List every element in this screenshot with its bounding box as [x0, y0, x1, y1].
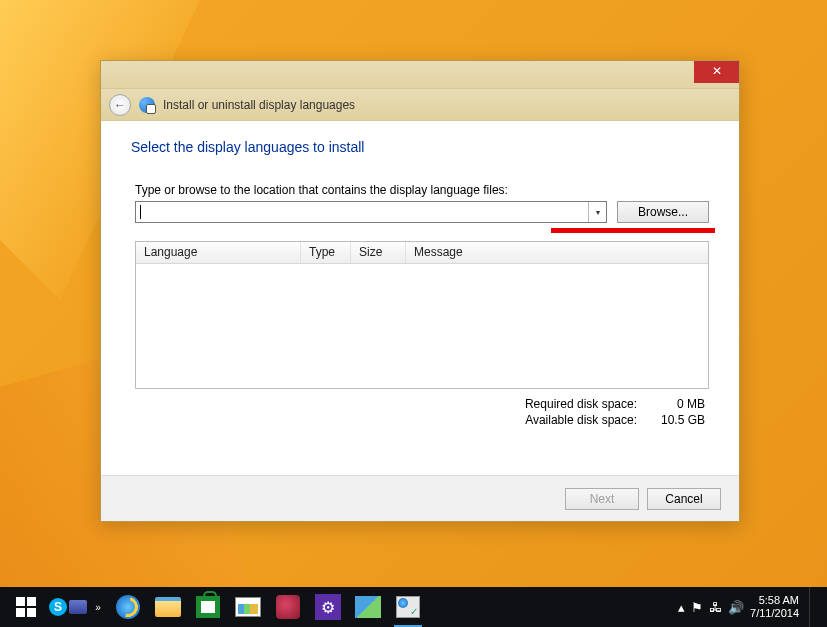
mail-icon	[69, 600, 87, 614]
list-header: Language Type Size Message	[136, 242, 708, 264]
svg-rect-1	[27, 597, 36, 606]
monitor-icon	[235, 597, 261, 617]
window-title: Install or uninstall display languages	[163, 98, 355, 112]
required-space-row: Required disk space: 0 MB	[517, 397, 705, 411]
taskbar-overflow[interactable]: »	[88, 587, 108, 627]
taskbar-store[interactable]	[188, 587, 228, 627]
dialog-footer: Next Cancel	[101, 475, 739, 521]
taskbar-config[interactable]	[348, 587, 388, 627]
column-size[interactable]: Size	[351, 242, 406, 263]
desktop: ✕ ← Install or uninstall display languag…	[0, 0, 827, 627]
path-row: ▾ Browse...	[135, 201, 709, 223]
path-combobox[interactable]: ▾	[135, 201, 607, 223]
chevron-right-icon: »	[95, 602, 101, 613]
disk-info: Required disk space: 0 MB Available disk…	[131, 397, 709, 427]
column-type[interactable]: Type	[301, 242, 351, 263]
back-button[interactable]: ←	[109, 94, 131, 116]
flag-icon[interactable]: ⚑	[691, 600, 703, 615]
network-icon[interactable]: 🖧	[709, 600, 722, 615]
cancel-button[interactable]: Cancel	[647, 488, 721, 510]
taskbar-settings[interactable]: ⚙	[308, 587, 348, 627]
column-message[interactable]: Message	[406, 242, 708, 263]
column-language[interactable]: Language	[136, 242, 301, 263]
available-space-row: Available disk space: 10.5 GB	[517, 413, 705, 427]
skype-icon: S	[49, 598, 67, 616]
page-heading: Select the display languages to install	[131, 139, 709, 155]
titlebar[interactable]: ✕	[101, 61, 739, 89]
close-button[interactable]: ✕	[694, 61, 739, 83]
svg-rect-2	[16, 608, 25, 617]
language-list[interactable]: Language Type Size Message	[135, 241, 709, 389]
tray-chevron-up-icon[interactable]: ▴	[678, 600, 685, 615]
text-cursor	[140, 205, 141, 219]
gear-icon: ⚙	[315, 594, 341, 620]
folder-icon	[155, 597, 181, 617]
dropdown-button[interactable]: ▾	[588, 202, 606, 222]
window-header: ← Install or uninstall display languages	[101, 89, 739, 121]
path-label: Type or browse to the location that cont…	[135, 183, 709, 197]
clock-time: 5:58 AM	[750, 594, 799, 607]
volume-icon[interactable]: 🔊	[728, 600, 744, 615]
taskbar-lpksetup[interactable]	[388, 587, 428, 627]
globe-icon	[139, 97, 155, 113]
required-space-label: Required disk space:	[517, 397, 637, 411]
taskbar-resmon[interactable]	[228, 587, 268, 627]
ie-icon	[116, 595, 140, 619]
windows-logo-icon	[16, 597, 36, 617]
start-button[interactable]	[4, 587, 48, 627]
arrow-left-icon: ←	[114, 98, 126, 112]
svg-rect-3	[27, 608, 36, 617]
install-languages-window: ✕ ← Install or uninstall display languag…	[100, 60, 740, 522]
database-icon	[276, 595, 300, 619]
next-button: Next	[565, 488, 639, 510]
config-icon	[355, 596, 381, 618]
lpksetup-icon	[396, 596, 420, 618]
available-space-label: Available disk space:	[517, 413, 637, 427]
annotation-underline	[551, 228, 715, 233]
available-space-value: 10.5 GB	[655, 413, 705, 427]
taskbar-sql[interactable]	[268, 587, 308, 627]
svg-rect-0	[16, 597, 25, 606]
taskbar-ie[interactable]	[108, 587, 148, 627]
browse-button[interactable]: Browse...	[617, 201, 709, 223]
store-icon	[196, 596, 220, 618]
system-tray: ▴ ⚑ 🖧 🔊 5:58 AM 7/11/2014	[678, 587, 823, 627]
taskbar-clock[interactable]: 5:58 AM 7/11/2014	[750, 594, 799, 620]
required-space-value: 0 MB	[655, 397, 705, 411]
show-desktop-button[interactable]	[809, 587, 815, 627]
taskbar-skype[interactable]: S	[48, 587, 68, 627]
taskbar-explorer[interactable]	[148, 587, 188, 627]
clock-date: 7/11/2014	[750, 607, 799, 620]
taskbar: S » ⚙ ▴ ⚑ 🖧 🔊 5:58 AM 7/11/2014	[0, 587, 827, 627]
content-area: Select the display languages to install …	[101, 121, 739, 475]
taskbar-mail[interactable]	[68, 587, 88, 627]
chevron-down-icon: ▾	[596, 208, 600, 217]
